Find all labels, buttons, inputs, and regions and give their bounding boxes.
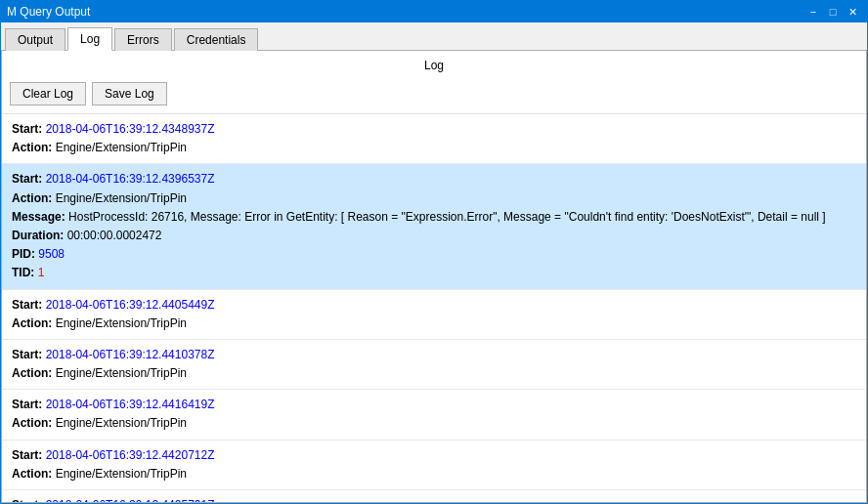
minimize-button[interactable]: − <box>804 4 822 20</box>
tab-credentials[interactable]: Credentials <box>174 28 259 51</box>
log-entry[interactable]: Start: 2018-04-06T16:39:12.4416419ZActio… <box>2 390 866 440</box>
log-entry[interactable]: Start: 2018-04-06T16:39:12.4420712ZActio… <box>2 441 866 490</box>
field-label: Start: <box>12 448 42 462</box>
log-content[interactable]: Start: 2018-04-06T16:39:12.4348937ZActio… <box>2 113 866 502</box>
field-value-timestamp: 2018-04-06T16:39:12.4396537Z <box>46 172 215 186</box>
field-value: Engine/Extension/TripPin <box>56 416 187 430</box>
field-label: Start: <box>12 398 42 411</box>
field-label: TID: <box>12 266 34 279</box>
field-label: Action: <box>12 141 52 154</box>
field-label: Start: <box>12 348 42 361</box>
field-value: Engine/Extension/TripPin <box>56 141 187 154</box>
field-value-timestamp: 2018-04-06T16:39:12.4420712Z <box>46 448 215 462</box>
field-label: Action: <box>12 191 52 205</box>
window-controls: − □ ✕ <box>804 4 861 20</box>
log-entry[interactable]: Start: 2018-04-06T16:39:12.4425721ZActio… <box>2 490 866 502</box>
log-entry[interactable]: Start: 2018-04-06T16:39:12.4405449ZActio… <box>2 290 866 340</box>
maximize-button[interactable]: □ <box>824 4 842 20</box>
field-value-timestamp: 2018-04-06T16:39:12.4410378Z <box>46 348 215 361</box>
window-title: M Query Output <box>7 5 90 19</box>
log-entry[interactable]: Start: 2018-04-06T16:39:12.4348937ZActio… <box>2 114 866 164</box>
field-label: Action: <box>12 366 52 380</box>
field-label: Start: <box>12 172 42 186</box>
field-label: Message: <box>12 210 65 224</box>
field-value: Engine/Extension/TripPin <box>56 191 187 205</box>
field-label: Start: <box>12 298 42 312</box>
field-label: Duration: <box>12 229 64 242</box>
field-value: 00:00:00.0002472 <box>67 229 162 242</box>
tab-errors[interactable]: Errors <box>114 28 172 51</box>
field-value: Engine/Extension/TripPin <box>56 467 187 481</box>
field-label: Start: <box>12 498 42 502</box>
title-bar: M Query Output − □ ✕ <box>1 1 867 22</box>
tab-log[interactable]: Log <box>67 27 112 51</box>
field-value: HostProcessId: 26716, Message: Error in … <box>68 210 826 224</box>
field-label: Action: <box>12 416 52 430</box>
field-label: PID: <box>12 247 35 261</box>
field-value: Engine/Extension/TripPin <box>56 316 187 330</box>
content-area: Log Clear Log Save Log Start: 2018-04-06… <box>1 51 867 503</box>
tab-output[interactable]: Output <box>5 28 65 51</box>
clear-log-button[interactable]: Clear Log <box>10 82 86 105</box>
field-value-timestamp: 2018-04-06T16:39:12.4348937Z <box>46 122 215 136</box>
field-label: Action: <box>12 316 52 330</box>
field-value-tid: 1 <box>38 266 45 279</box>
tab-bar: Output Log Errors Credentials <box>1 22 867 51</box>
field-value-timestamp: 2018-04-06T16:39:12.4416419Z <box>46 398 215 411</box>
log-entry[interactable]: Start: 2018-04-06T16:39:12.4396537ZActio… <box>2 164 866 289</box>
field-value-pid: 9508 <box>38 247 65 261</box>
field-value-timestamp: 2018-04-06T16:39:12.4425721Z <box>46 498 215 502</box>
save-log-button[interactable]: Save Log <box>92 82 167 105</box>
main-window: M Query Output − □ ✕ Output Log Errors C… <box>0 0 868 504</box>
field-label: Start: <box>12 122 42 136</box>
log-entry[interactable]: Start: 2018-04-06T16:39:12.4410378ZActio… <box>2 340 866 390</box>
field-label: Action: <box>12 467 52 481</box>
toolbar: Clear Log Save Log <box>2 78 866 113</box>
log-header: Log <box>2 51 866 78</box>
field-value-timestamp: 2018-04-06T16:39:12.4405449Z <box>46 298 215 312</box>
close-button[interactable]: ✕ <box>844 4 861 20</box>
field-value: Engine/Extension/TripPin <box>56 366 187 380</box>
